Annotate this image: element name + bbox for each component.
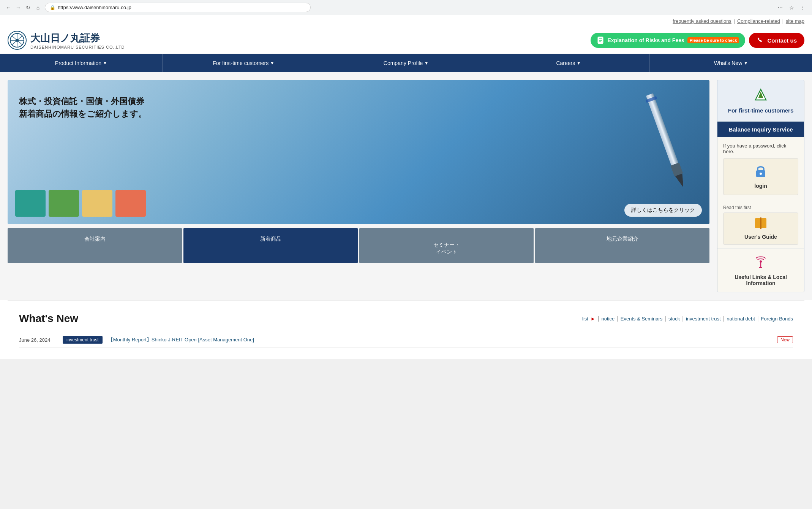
filter-national-debt-link[interactable]: national debt [727,316,755,322]
login-desc: If you have a password, click here. [723,143,798,154]
nav-company-arrow: ▼ [424,61,428,65]
users-guide-button[interactable]: User's Guide [723,212,798,245]
forward-button[interactable]: → [14,4,22,11]
quick-link-company[interactable]: 会社案内 [8,228,182,263]
nav-product-info-arrow: ▼ [103,61,107,65]
hero-line2: 新着商品の情報をご紹介します。 [19,108,147,120]
logo-text: 大山日ノ丸証券 DAISENHINOMARU SECURITIES CO.,LT… [30,32,125,49]
browser-controls: ← → ↻ ⌂ [5,4,42,11]
utility-bar: frequently asked questions | Compliance-… [0,15,812,27]
filter-foreign-bonds-link[interactable]: Foreign Bonds [761,316,793,322]
main-content: 株式・投資信託・国債・外国債券 新着商品の情報をご紹介します。 [0,72,812,300]
news-new-badge: New [777,336,793,343]
nav-whats-new-arrow: ▼ [744,61,748,65]
url-text: https://www.daisenhinomaru.co.jp [58,5,131,10]
filter-sep6: | [757,316,759,322]
svg-rect-10 [646,93,679,167]
hero-block-teal [15,190,46,217]
header: 大山日ノ丸証券 DAISENHINOMARU SECURITIES CO.,LT… [0,27,812,54]
quick-link-local[interactable]: 地元企業紹介 [535,228,709,263]
book-icon [754,217,767,232]
ssl-lock-icon: 🔒 [50,5,55,10]
risks-fees-badge: Please be sure to check [687,37,739,43]
nav-whats-new[interactable]: What's New ▼ [650,54,812,72]
whats-new-header: What's New list ► | notice | Events & Se… [19,312,793,325]
sidebar-first-customers[interactable]: For first-time customers [717,80,804,122]
filter-stock-link[interactable]: stock [668,316,680,322]
filter-sep5: | [723,316,725,322]
quick-link-seminars-label: セミナー・ イベント [433,242,460,255]
quick-link-new-products[interactable]: 新着商品 [183,228,358,263]
users-guide-label: User's Guide [744,234,777,240]
quick-link-seminars[interactable]: セミナー・ イベント [359,228,534,263]
hero-text: 株式・投資信託・国債・外国債券 新着商品の情報をご紹介します。 [19,95,147,120]
filter-list-link[interactable]: list [582,316,588,322]
nav-company[interactable]: Company Profile ▼ [325,54,488,72]
sitemap-link[interactable]: site map [786,18,804,24]
compliance-link[interactable]: Compliance-related [737,18,780,24]
hero-banner: 株式・投資信託・国債・外国債券 新着商品の情報をご紹介します。 [8,80,709,224]
news-link[interactable]: 【Monthly Report】Shinko J-REIT Open [Asse… [108,336,771,343]
logo-icon [8,31,27,50]
refresh-button[interactable]: ↻ [24,4,32,11]
sep1: | [734,19,735,24]
bookmark-button[interactable]: ☆ [787,3,796,12]
login-button[interactable]: login [723,158,798,195]
hero-cta-button[interactable]: 詳しくはこちらをクリック [624,204,702,217]
nav-whats-new-label: What's New [714,60,742,66]
nav-product-info-label: Product Information [55,60,101,66]
nav-careers[interactable]: Careers ▼ [487,54,650,72]
filter-arrow-icon: ► [591,316,596,322]
filter-investment-trust-link[interactable]: investment trust [686,316,721,322]
whats-new-section: What's New list ► | notice | Events & Se… [8,300,804,359]
filter-events-link[interactable]: Events & Seminars [621,316,663,322]
filter-sep4: | [682,316,684,322]
svg-rect-21 [761,218,766,228]
useful-links-title: Useful Links & Local Information [723,274,798,286]
first-customers-icon [723,88,798,104]
website: frequently asked questions | Compliance-… [0,15,812,359]
hero-block-orange [115,190,146,217]
nav-product-info[interactable]: Product Information ▼ [0,54,163,72]
risks-fees-button[interactable]: Explanation of Risks and Fees Please be … [591,33,745,48]
quick-link-company-label: 会社案内 [84,236,106,242]
faq-link[interactable]: frequently asked questions [673,18,731,24]
hero-block-green [49,190,79,217]
filter-sep1: | [598,316,599,322]
filter-notice-link[interactable]: notice [601,316,615,322]
lock-icon [755,164,767,181]
main-nav: Product Information ▼ For first-time cus… [0,54,812,72]
read-first-label: Read this first [723,205,798,210]
news-row: June 26, 2024 investment trust 【Monthly … [19,332,793,348]
contact-label: Contact us [767,37,797,44]
guide-section: Read this first User's Guide [717,201,804,249]
filter-sep3: | [665,316,666,322]
antenna-icon [723,255,798,271]
extensions-button[interactable]: ⋯ [776,3,785,12]
hero-block-yellow [82,190,112,217]
contact-button[interactable]: Contact us [749,33,804,48]
browser-chrome: ← → ↻ ⌂ 🔒 https://www.daisenhinomaru.co.… [0,0,812,15]
quick-links: 会社案内 新着商品 セミナー・ イベント 地元企業紹介 [8,228,709,263]
balance-inquiry-button[interactable]: Balance Inquiry Service [717,122,804,137]
quick-link-new-products-label: 新着商品 [260,236,281,242]
quick-link-local-label: 地元企業紹介 [607,236,638,242]
svg-rect-22 [760,217,761,229]
useful-links-section[interactable]: Useful Links & Local Information [717,249,804,292]
nav-careers-arrow: ▼ [577,61,581,65]
sep2: | [782,19,784,24]
hero-line1: 株式・投資信託・国債・外国債券 [19,95,147,108]
svg-marker-12 [675,173,687,189]
more-button[interactable]: ⋮ [798,3,807,12]
nav-first-time-label: For first-time customers [213,60,269,66]
hero-blocks [8,182,153,224]
back-button[interactable]: ← [5,4,12,11]
nav-first-time[interactable]: For first-time customers ▼ [163,54,325,72]
home-button[interactable]: ⌂ [34,4,42,11]
whats-new-filters: list ► | notice | Events & Seminars | st… [582,316,793,322]
phone-icon [757,36,764,44]
address-bar[interactable]: 🔒 https://www.daisenhinomaru.co.jp [45,3,311,12]
nav-company-label: Company Profile [384,60,423,66]
nav-first-time-arrow: ▼ [270,61,274,65]
logo-japanese: 大山日ノ丸証券 [30,32,125,45]
